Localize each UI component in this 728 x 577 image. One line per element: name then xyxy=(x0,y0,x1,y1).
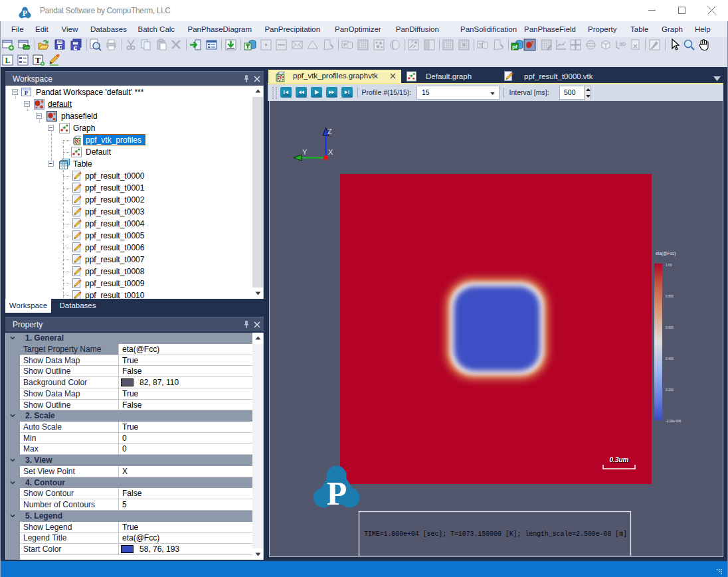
svg-text:L: L xyxy=(5,56,10,65)
svg-text:0.3um: 0.3um xyxy=(610,456,629,463)
svg-text:P: P xyxy=(343,42,347,48)
svg-text:P: P xyxy=(23,9,27,18)
svg-text:0.600: 0.600 xyxy=(666,326,674,329)
svg-text:-2.08e-008: -2.08e-008 xyxy=(666,420,682,423)
svg-text:0.400: 0.400 xyxy=(666,357,674,361)
svg-text:eta(@Fcc): eta(@Fcc) xyxy=(656,251,676,256)
svg-text:1.00: 1.00 xyxy=(666,264,672,267)
svg-text:T: T xyxy=(35,56,41,65)
svg-text:pf: pf xyxy=(512,44,517,50)
svg-text:3D: 3D xyxy=(619,41,626,47)
svg-text:X: X xyxy=(328,148,333,156)
svg-text:Z: Z xyxy=(327,127,332,135)
svg-text:Y: Y xyxy=(302,148,308,156)
svg-text:TIME=1.800e+04 [sec]; T=1073.1: TIME=1.800e+04 [sec]; T=1073.150000 [K];… xyxy=(364,531,627,538)
svg-text:P: P xyxy=(25,90,29,96)
svg-text:P: P xyxy=(327,475,347,512)
svg-text:0.200: 0.200 xyxy=(666,388,674,392)
svg-text:S: S xyxy=(479,42,483,48)
svg-text:0.800: 0.800 xyxy=(666,295,674,298)
